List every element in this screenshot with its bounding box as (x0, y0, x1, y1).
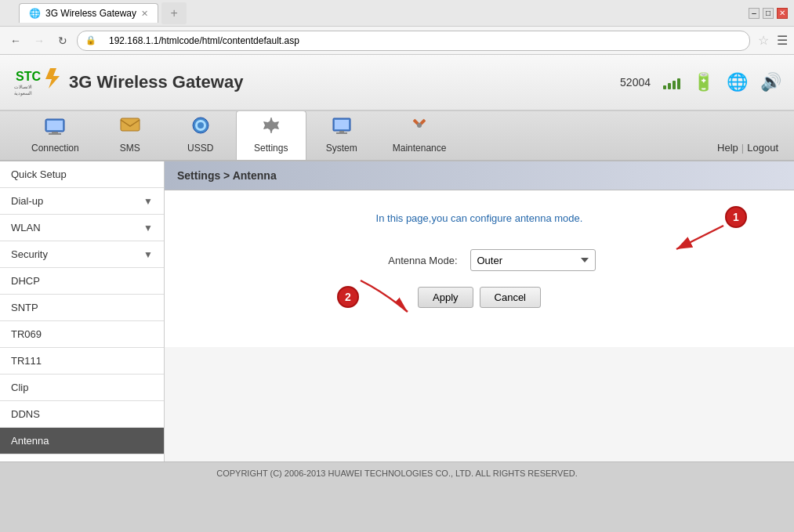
header-status: 52004 🔋 🌐 🔊 (620, 72, 781, 92)
sidebar-label-clip: Clip (11, 382, 28, 393)
svg-point-19 (417, 123, 422, 128)
sidebar-item-static-route[interactable]: Static Route (0, 454, 164, 461)
sidebar-label-sntp: SNTP (11, 302, 38, 313)
tab-ussd-label: USSD (187, 143, 213, 154)
refresh-button[interactable]: ↻ (53, 31, 72, 50)
svg-rect-15 (339, 131, 344, 132)
sidebar-label-dhcp: DHCP (11, 275, 40, 287)
sidebar-label-quick-setup: Quick Setup (11, 168, 67, 180)
sidebar-arrow-dial-up: ▼ (143, 196, 153, 207)
logout-link[interactable]: Logout (747, 142, 778, 154)
svg-rect-6 (52, 132, 58, 133)
sidebar: Quick Setup Dial-up ▼ WLAN ▼ Security ▼ … (0, 161, 165, 461)
sidebar-item-ddns[interactable]: DDNS (0, 401, 164, 428)
ussd-icon (190, 116, 212, 139)
sidebar-label-ddns: DDNS (11, 408, 40, 420)
settings-icon (260, 116, 282, 139)
address-bar: ← → ↻ 🔒 ☆ ☰ (0, 27, 794, 55)
sidebar-label-antenna: Antenna (11, 435, 49, 447)
sidebar-item-quick-setup[interactable]: Quick Setup (0, 161, 164, 188)
svg-text:السعودية: السعودية (14, 91, 32, 96)
system-icon (331, 116, 353, 139)
new-tab-button[interactable]: + (161, 2, 187, 24)
apply-button[interactable]: Apply (418, 287, 473, 308)
sidebar-item-dial-up[interactable]: Dial-up ▼ (0, 188, 164, 215)
stc-logo-image: STC الاتصالات السعودية (13, 67, 60, 98)
svg-point-11 (198, 122, 204, 128)
sidebar-label-wlan: WLAN (11, 222, 41, 233)
speaker-icon: 🔊 (760, 72, 781, 92)
sidebar-item-antenna[interactable]: Antenna (0, 428, 164, 454)
tab-maintenance-label: Maintenance (393, 143, 447, 154)
app-header: STC الاتصالات السعودية 3G Wireless Gatew… (0, 55, 794, 111)
back-button[interactable]: ← (6, 31, 25, 50)
tab-close-button[interactable]: ✕ (141, 9, 148, 19)
nav-tabs: Connection SMS USSD Settings (0, 111, 794, 161)
tab-maintenance[interactable]: Maintenance (377, 111, 462, 160)
tab-sms-label: SMS (120, 143, 140, 154)
antenna-mode-label: Antenna Mode: (364, 255, 458, 266)
minimize-button[interactable]: – (749, 8, 760, 19)
cancel-button[interactable]: Cancel (480, 287, 541, 308)
forward-button[interactable]: → (30, 31, 49, 50)
tab-connection-label: Connection (31, 143, 79, 154)
tab-system[interactable]: System (306, 111, 377, 160)
signal-bar-3 (673, 81, 676, 89)
svg-marker-3 (45, 68, 60, 89)
signal-bar-1 (663, 85, 666, 89)
content-body: In this page,you can configure antenna m… (165, 190, 794, 347)
form-row-antenna: Antenna Mode: Outer Inner Auto (196, 249, 763, 271)
main-layout: Quick Setup Dial-up ▼ WLAN ▼ Security ▼ … (0, 161, 794, 461)
svg-rect-5 (47, 121, 63, 130)
sidebar-arrow-wlan: ▼ (143, 223, 153, 233)
browser-menu-icon[interactable]: ☰ (777, 33, 788, 48)
maximize-button[interactable]: □ (763, 8, 774, 19)
bookmark-icon[interactable]: ☆ (758, 33, 769, 48)
tab-settings[interactable]: Settings (236, 110, 306, 160)
sidebar-item-tr111[interactable]: TR111 (0, 348, 164, 375)
signal-bar-2 (668, 83, 671, 89)
url-input[interactable] (101, 31, 741, 51)
annotation-arrow-2 (345, 277, 415, 324)
sidebar-item-tr069[interactable]: TR069 (0, 321, 164, 348)
sidebar-label-tr069: TR069 (11, 328, 42, 340)
stc-logo: STC الاتصالات السعودية (13, 67, 60, 98)
sidebar-item-sntp[interactable]: SNTP (0, 295, 164, 321)
app-title: 3G Wireless Gateway (69, 72, 243, 92)
svg-rect-14 (335, 120, 349, 129)
svg-text:STC: STC (16, 70, 41, 83)
signal-bars (663, 75, 680, 89)
svg-rect-16 (336, 132, 347, 134)
sidebar-item-clip[interactable]: Clip (0, 375, 164, 401)
tab-sms[interactable]: SMS (95, 111, 165, 160)
copyright-text: COPYRIGHT (C) 2006-2013 HUAWEI TECHNOLOG… (216, 469, 578, 478)
sidebar-item-wlan[interactable]: WLAN ▼ (0, 215, 164, 241)
content-breadcrumb: Settings > Antenna (165, 161, 794, 190)
svg-text:الاتصالات: الاتصالات (14, 85, 32, 89)
close-button[interactable]: ✕ (777, 8, 788, 19)
svg-rect-8 (121, 118, 140, 131)
help-link[interactable]: Help (717, 142, 738, 154)
antenna-mode-select[interactable]: Outer Inner Auto (470, 249, 596, 271)
content-area: Settings > Antenna In this page,you can … (165, 161, 794, 461)
tab-ussd[interactable]: USSD (165, 111, 236, 160)
browser-tab[interactable]: 🌐 3G Wireless Gateway ✕ (19, 3, 158, 23)
window-button-group: – □ ✕ (749, 8, 788, 19)
title-bar: 🌐 3G Wireless Gateway ✕ + – □ ✕ (0, 0, 794, 27)
tab-title: 3G Wireless Gateway (45, 8, 136, 19)
tab-connection[interactable]: Connection (16, 111, 95, 160)
footer: COPYRIGHT (C) 2006-2013 HUAWEI TECHNOLOG… (0, 461, 794, 483)
globe-icon: 🌐 (727, 72, 748, 92)
sidebar-item-dhcp[interactable]: DHCP (0, 268, 164, 295)
nav-separator: | (741, 142, 744, 154)
sms-icon (119, 116, 141, 139)
maintenance-icon (408, 116, 430, 139)
sidebar-item-security[interactable]: Security ▼ (0, 241, 164, 268)
battery-icon: 🔋 (693, 72, 714, 92)
signal-number: 52004 (620, 76, 651, 89)
nav-right-links: Help | Logout (717, 142, 778, 160)
browser-chrome: 🌐 3G Wireless Gateway ✕ + – □ ✕ ← → ↻ 🔒 … (0, 0, 794, 55)
sidebar-label-tr111: TR111 (11, 355, 42, 367)
tab-settings-label: Settings (254, 143, 288, 154)
svg-rect-7 (49, 133, 61, 135)
